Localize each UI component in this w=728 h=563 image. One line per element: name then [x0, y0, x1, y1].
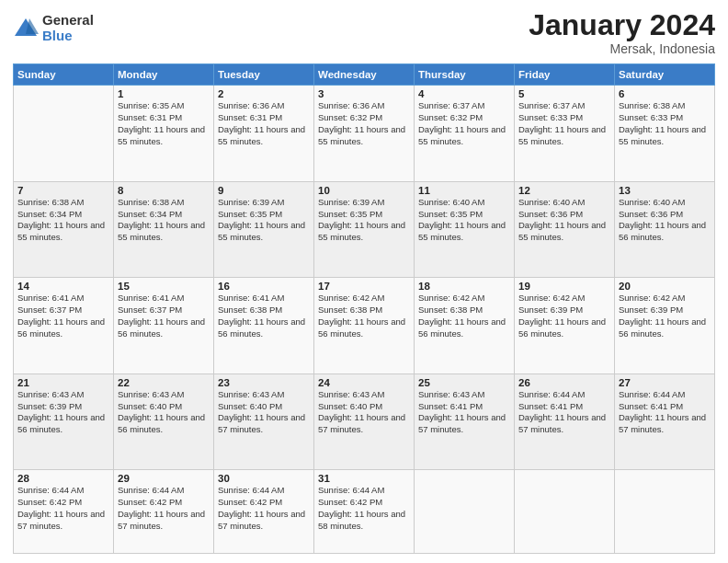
day-number: 15: [118, 281, 210, 292]
day-number: 27: [619, 377, 711, 388]
day-info: Sunrise: 6:42 AMSunset: 6:39 PMDaylight:…: [619, 293, 711, 339]
day-info: Sunrise: 6:40 AMSunset: 6:35 PMDaylight:…: [418, 197, 510, 244]
day-number: 8: [118, 185, 210, 196]
day-info: Sunrise: 6:35 AMSunset: 6:31 PMDaylight:…: [118, 100, 210, 147]
weekday-header: Tuesday: [214, 64, 314, 86]
day-number: 7: [17, 185, 109, 196]
day-number: 19: [518, 281, 610, 292]
day-info: Sunrise: 6:44 AMSunset: 6:41 PMDaylight:…: [518, 389, 610, 436]
day-info: Sunrise: 6:44 AMSunset: 6:42 PMDaylight:…: [318, 485, 410, 532]
calendar-cell: 27Sunrise: 6:44 AMSunset: 6:41 PMDayligh…: [615, 373, 715, 470]
day-info: Sunrise: 6:43 AMSunset: 6:40 PMDaylight:…: [318, 389, 410, 436]
calendar-cell: 17Sunrise: 6:42 AMSunset: 6:38 PMDayligh…: [314, 278, 415, 374]
day-number: 29: [118, 473, 210, 484]
calendar-cell: 13Sunrise: 6:40 AMSunset: 6:36 PMDayligh…: [615, 181, 715, 278]
calendar-cell: 15Sunrise: 6:41 AMSunset: 6:37 PMDayligh…: [114, 278, 214, 374]
logo-text: General Blue: [42, 13, 94, 43]
logo: General Blue: [13, 13, 94, 43]
calendar-week-row: 28Sunrise: 6:44 AMSunset: 6:42 PMDayligh…: [14, 470, 715, 554]
day-info: Sunrise: 6:42 AMSunset: 6:39 PMDaylight:…: [518, 293, 610, 339]
calendar-cell: 14Sunrise: 6:41 AMSunset: 6:37 PMDayligh…: [14, 278, 114, 374]
title-location: Mersak, Indonesia: [529, 41, 715, 56]
day-number: 10: [318, 185, 410, 196]
calendar-cell: 22Sunrise: 6:43 AMSunset: 6:40 PMDayligh…: [114, 373, 214, 470]
day-info: Sunrise: 6:43 AMSunset: 6:41 PMDaylight:…: [418, 389, 510, 436]
title-month: January 2024: [529, 9, 715, 41]
day-number: 18: [418, 281, 510, 292]
day-number: 6: [619, 88, 711, 99]
weekday-header-row: SundayMondayTuesdayWednesdayThursdayFrid…: [14, 64, 715, 86]
weekday-header: Friday: [515, 64, 615, 86]
calendar-cell: 21Sunrise: 6:43 AMSunset: 6:39 PMDayligh…: [14, 373, 114, 470]
title-block: January 2024 Mersak, Indonesia: [529, 9, 715, 56]
calendar-cell: 20Sunrise: 6:42 AMSunset: 6:39 PMDayligh…: [615, 278, 715, 374]
day-number: 28: [17, 473, 109, 484]
day-number: 31: [318, 473, 410, 484]
weekday-header: Thursday: [415, 64, 515, 86]
day-info: Sunrise: 6:42 AMSunset: 6:38 PMDaylight:…: [418, 293, 510, 339]
day-info: Sunrise: 6:36 AMSunset: 6:32 PMDaylight:…: [318, 100, 410, 147]
day-number: 1: [118, 88, 210, 99]
day-info: Sunrise: 6:42 AMSunset: 6:38 PMDaylight:…: [318, 293, 410, 339]
calendar-cell: 18Sunrise: 6:42 AMSunset: 6:38 PMDayligh…: [415, 278, 515, 374]
day-number: 3: [318, 88, 410, 99]
calendar-cell: 31Sunrise: 6:44 AMSunset: 6:42 PMDayligh…: [314, 470, 415, 554]
header: General Blue January 2024 Mersak, Indone…: [13, 9, 715, 56]
day-info: Sunrise: 6:37 AMSunset: 6:33 PMDaylight:…: [518, 100, 610, 147]
day-number: 16: [218, 281, 310, 292]
day-number: 17: [318, 281, 410, 292]
day-info: Sunrise: 6:39 AMSunset: 6:35 PMDaylight:…: [318, 197, 410, 244]
day-number: 11: [418, 185, 510, 196]
calendar-cell: 30Sunrise: 6:44 AMSunset: 6:42 PMDayligh…: [214, 470, 314, 554]
svg-marker-1: [26, 18, 39, 34]
calendar-cell: 4Sunrise: 6:37 AMSunset: 6:32 PMDaylight…: [415, 86, 515, 182]
logo-blue: Blue: [42, 29, 94, 44]
day-number: 5: [518, 88, 610, 99]
logo-general: General: [42, 13, 94, 29]
calendar-cell: 11Sunrise: 6:40 AMSunset: 6:35 PMDayligh…: [415, 181, 515, 278]
calendar-cell: 1Sunrise: 6:35 AMSunset: 6:31 PMDaylight…: [114, 86, 214, 182]
page: General Blue January 2024 Mersak, Indone…: [0, 0, 728, 563]
calendar-cell: 7Sunrise: 6:38 AMSunset: 6:34 PMDaylight…: [14, 181, 114, 278]
day-info: Sunrise: 6:39 AMSunset: 6:35 PMDaylight:…: [218, 197, 310, 244]
day-number: 30: [218, 473, 310, 484]
calendar-cell: 6Sunrise: 6:38 AMSunset: 6:33 PMDaylight…: [615, 86, 715, 182]
day-number: 22: [118, 377, 210, 388]
calendar-table: SundayMondayTuesdayWednesdayThursdayFrid…: [13, 63, 715, 554]
calendar-cell: 26Sunrise: 6:44 AMSunset: 6:41 PMDayligh…: [515, 373, 615, 470]
day-number: 14: [17, 281, 109, 292]
day-info: Sunrise: 6:44 AMSunset: 6:42 PMDaylight:…: [218, 485, 310, 532]
calendar-cell: 9Sunrise: 6:39 AMSunset: 6:35 PMDaylight…: [214, 181, 314, 278]
day-number: 12: [518, 185, 610, 196]
day-info: Sunrise: 6:40 AMSunset: 6:36 PMDaylight:…: [518, 197, 610, 244]
day-info: Sunrise: 6:41 AMSunset: 6:38 PMDaylight:…: [218, 293, 310, 339]
day-info: Sunrise: 6:43 AMSunset: 6:39 PMDaylight:…: [17, 389, 109, 436]
day-number: 4: [418, 88, 510, 99]
day-info: Sunrise: 6:41 AMSunset: 6:37 PMDaylight:…: [118, 293, 210, 339]
calendar-cell: [615, 470, 715, 554]
day-number: 13: [619, 185, 711, 196]
day-number: 20: [619, 281, 711, 292]
calendar-week-row: 1Sunrise: 6:35 AMSunset: 6:31 PMDaylight…: [14, 86, 715, 182]
day-info: Sunrise: 6:44 AMSunset: 6:42 PMDaylight:…: [118, 485, 210, 532]
day-info: Sunrise: 6:38 AMSunset: 6:33 PMDaylight:…: [619, 100, 711, 147]
day-number: 9: [218, 185, 310, 196]
calendar-cell: 3Sunrise: 6:36 AMSunset: 6:32 PMDaylight…: [314, 86, 415, 182]
day-info: Sunrise: 6:43 AMSunset: 6:40 PMDaylight:…: [218, 389, 310, 436]
calendar-cell: 8Sunrise: 6:38 AMSunset: 6:34 PMDaylight…: [114, 181, 214, 278]
day-info: Sunrise: 6:37 AMSunset: 6:32 PMDaylight:…: [418, 100, 510, 147]
calendar-cell: [515, 470, 615, 554]
day-number: 25: [418, 377, 510, 388]
day-info: Sunrise: 6:40 AMSunset: 6:36 PMDaylight:…: [619, 197, 711, 244]
calendar-cell: 10Sunrise: 6:39 AMSunset: 6:35 PMDayligh…: [314, 181, 415, 278]
calendar-cell: [14, 86, 114, 182]
day-info: Sunrise: 6:41 AMSunset: 6:37 PMDaylight:…: [17, 293, 109, 339]
calendar-cell: [415, 470, 515, 554]
calendar-week-row: 21Sunrise: 6:43 AMSunset: 6:39 PMDayligh…: [14, 373, 715, 470]
calendar-cell: 16Sunrise: 6:41 AMSunset: 6:38 PMDayligh…: [214, 278, 314, 374]
day-info: Sunrise: 6:44 AMSunset: 6:41 PMDaylight:…: [619, 389, 711, 436]
calendar-cell: 25Sunrise: 6:43 AMSunset: 6:41 PMDayligh…: [415, 373, 515, 470]
calendar-cell: 19Sunrise: 6:42 AMSunset: 6:39 PMDayligh…: [515, 278, 615, 374]
calendar-cell: 23Sunrise: 6:43 AMSunset: 6:40 PMDayligh…: [214, 373, 314, 470]
day-info: Sunrise: 6:43 AMSunset: 6:40 PMDaylight:…: [118, 389, 210, 436]
